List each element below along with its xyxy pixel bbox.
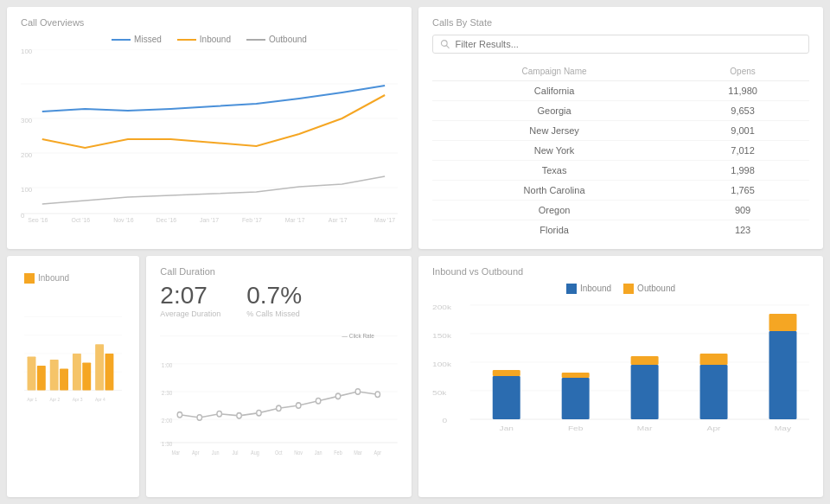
svg-text:Mar: Mar <box>172 450 180 455</box>
table-row: Oregon909 <box>432 201 809 220</box>
svg-line-21 <box>446 45 449 48</box>
mar-outbound-bar <box>631 356 659 365</box>
table-row: Georgia9,653 <box>432 101 809 121</box>
svg-text:May '17: May '17 <box>374 217 395 222</box>
svg-point-49 <box>336 393 341 399</box>
svg-point-46 <box>277 405 281 411</box>
duration-line-chart: 1:00 2:30 2:00 1:30 — Click Rate <box>160 327 398 456</box>
table-row: Florida123 <box>432 220 809 240</box>
outbound-line-icon <box>246 39 265 41</box>
outbound-box-icon <box>623 284 634 294</box>
bar-4a <box>95 344 104 390</box>
jan-inbound-bar <box>493 376 520 419</box>
bottom-left-card: Inbound <box>7 256 139 498</box>
search-icon <box>440 39 450 49</box>
svg-text:100: 100 <box>21 49 33 55</box>
svg-point-48 <box>316 398 321 403</box>
bar-1a <box>28 356 36 390</box>
call-duration-card: Call Duration 2:07 Average Duration 0.7%… <box>146 256 412 498</box>
legend-missed-label: Missed <box>134 35 162 44</box>
bar-3a <box>73 353 81 389</box>
opens-count: 7,012 <box>676 141 809 161</box>
svg-point-20 <box>441 41 447 47</box>
search-input[interactable] <box>456 39 802 49</box>
duration-stats: 2:07 Average Duration 0.7% % Calls Misse… <box>160 284 398 318</box>
inbound-outbound-chart: 200k 150k 100k 50k 0 <box>432 301 809 448</box>
table-row: New Jersey9,001 <box>432 121 809 141</box>
call-overviews-title: Call Overviews <box>21 17 398 28</box>
opens-count: 123 <box>676 220 809 240</box>
avg-duration-stat: 2:07 Average Duration <box>160 284 220 318</box>
svg-text:Jul: Jul <box>233 450 239 455</box>
state-table: Campaign Name Opens California11,980Geor… <box>432 62 809 239</box>
missed-line-icon <box>112 39 131 41</box>
svg-point-51 <box>375 392 380 397</box>
svg-point-44 <box>237 412 241 418</box>
svg-text:Jan '17: Jan '17 <box>200 217 219 222</box>
table-row: New York7,012 <box>432 141 809 161</box>
avg-duration-label: Average Duration <box>160 309 220 318</box>
calls-by-state-card: Calls By State Campaign Name Opens Calif… <box>418 7 823 249</box>
avg-duration-value: 2:07 <box>160 284 220 308</box>
campaign-name: Texas <box>432 161 676 181</box>
opens-count: 909 <box>676 201 809 220</box>
svg-text:Apr: Apr <box>374 450 382 455</box>
bottom-inbound-label: Inbound <box>38 273 69 283</box>
calls-missed-value: 0.7% <box>246 284 302 308</box>
svg-text:Apr 3: Apr 3 <box>73 398 83 402</box>
campaign-name: California <box>432 81 676 101</box>
campaign-name: Florida <box>432 220 676 240</box>
svg-text:Feb: Feb <box>568 424 584 431</box>
svg-point-45 <box>257 410 261 415</box>
svg-text:200: 200 <box>21 151 33 159</box>
call-duration-title: Call Duration <box>160 266 398 277</box>
svg-point-42 <box>197 414 201 419</box>
svg-point-47 <box>297 402 301 407</box>
svg-text:150k: 150k <box>432 332 452 339</box>
legend-inbound: Inbound <box>177 35 231 44</box>
opens-count: 1,998 <box>676 161 809 181</box>
opens-count: 1,765 <box>676 181 809 201</box>
svg-text:Apr 4: Apr 4 <box>95 398 105 402</box>
bar-2a <box>50 360 59 390</box>
svg-text:Oct: Oct <box>275 450 283 455</box>
calls-by-state-title: Calls By State <box>432 17 809 28</box>
legend-inbound-label: Inbound <box>200 35 231 44</box>
svg-text:Aug: Aug <box>251 450 259 455</box>
bar-1b <box>37 366 46 390</box>
call-overviews-card: Call Overviews Missed Inbound Outbound <box>7 7 412 249</box>
svg-text:Apr: Apr <box>707 424 721 431</box>
svg-text:0: 0 <box>443 417 448 424</box>
svg-text:1:00: 1:00 <box>162 361 173 368</box>
opens-count: 9,653 <box>676 101 809 121</box>
inbound-box-icon <box>566 284 577 294</box>
svg-text:Mar '17: Mar '17 <box>285 217 305 222</box>
bar-3b <box>82 362 91 390</box>
svg-text:Sep '16: Sep '16 <box>28 217 48 222</box>
legend-missed: Missed <box>112 35 162 44</box>
col-campaign: Campaign Name <box>432 62 676 81</box>
search-bar[interactable] <box>432 35 809 54</box>
svg-point-43 <box>217 411 221 416</box>
svg-text:Nov: Nov <box>295 450 303 455</box>
feb-outbound-bar <box>562 373 590 378</box>
inbound-legend-box <box>24 273 35 284</box>
svg-text:Apr 2: Apr 2 <box>50 398 61 402</box>
svg-text:Mar: Mar <box>354 450 361 455</box>
campaign-name: Oregon <box>432 201 676 220</box>
inbound-outbound-card: Inbound vs Outbound Inbound Outbound 200… <box>418 256 823 498</box>
call-overviews-legend: Missed Inbound Outbound <box>21 35 398 44</box>
mar-inbound-bar <box>631 365 659 419</box>
svg-text:Dec '16: Dec '16 <box>156 217 176 222</box>
svg-text:Apr: Apr <box>192 450 200 455</box>
svg-text:Jan: Jan <box>500 424 514 431</box>
campaign-name: North Carolina <box>432 181 676 201</box>
opens-count: 9,001 <box>676 121 809 141</box>
inbound-outbound-title: Inbound vs Outbound <box>432 266 809 277</box>
svg-text:100k: 100k <box>432 360 452 367</box>
bar-2b <box>60 368 68 390</box>
svg-text:May: May <box>775 424 792 431</box>
apr-inbound-bar <box>700 365 728 419</box>
col-opens: Opens <box>676 62 809 81</box>
campaign-name: Georgia <box>432 101 676 121</box>
